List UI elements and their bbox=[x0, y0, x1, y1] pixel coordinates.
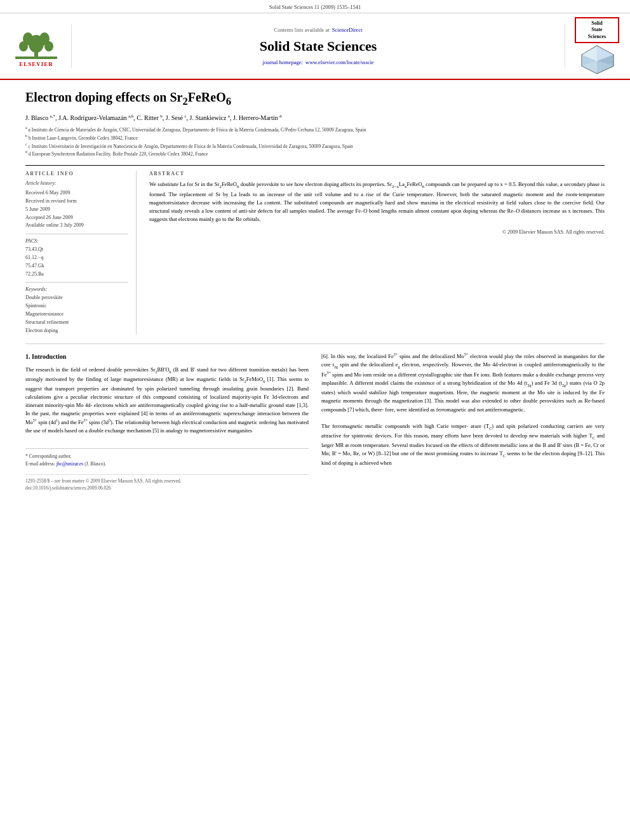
email-link[interactable]: jbc@unizar.es bbox=[57, 461, 84, 467]
abstract-text: We substitute La for Sr in the Sr2FeReO6… bbox=[149, 180, 605, 223]
body-col2-para2: The ferromagnetic metallic compounds wit… bbox=[321, 422, 605, 467]
keyword-3: Magnetoresistance bbox=[25, 310, 128, 319]
pacs-4: 72.25.Ba bbox=[25, 270, 128, 279]
homepage-url[interactable]: www.elsevier.com/locate/ssscie bbox=[305, 59, 374, 65]
keyword-4: Structural refinement bbox=[25, 319, 128, 327]
received-revised-label: Received in revised form bbox=[25, 197, 128, 206]
divider bbox=[25, 234, 128, 234]
article-info-abstract: ARTICLE INFO Article history: Received 6… bbox=[25, 165, 605, 335]
section-1-title: 1. Introduction bbox=[25, 352, 309, 362]
pacs-label: PACS: bbox=[25, 238, 128, 244]
body-two-col: 1. Introduction The research in the fiel… bbox=[25, 352, 605, 492]
journal-logo-right: SolidStateSciences bbox=[572, 17, 622, 75]
affiliation-b: b b Institut Laue-Langevin, Grenoble Ced… bbox=[25, 133, 605, 142]
body-col-2: [6]. In this way, the localized Fe3+ spi… bbox=[321, 352, 605, 492]
footnote-area: * Corresponding author. E-mail address: … bbox=[25, 448, 309, 468]
svg-point-5 bbox=[44, 41, 53, 51]
journal-homepage: journal homepage: www.elsevier.com/locat… bbox=[262, 59, 373, 65]
keyword-2: Spintronic bbox=[25, 302, 128, 310]
crystal-icon bbox=[577, 43, 618, 75]
keyword-5: Electron doping bbox=[25, 327, 128, 335]
journal-ref: Solid State Sciences 11 (2009) 1535–1541 bbox=[0, 3, 630, 13]
solid-state-box: SolidStateSciences bbox=[575, 17, 619, 43]
journal-ref-text: Solid State Sciences 11 (2009) 1535–1541 bbox=[269, 4, 361, 10]
journal-center: Contents lists available at ScienceDirec… bbox=[71, 24, 565, 68]
copyright-line: © 2009 Elsevier Masson SAS. All rights r… bbox=[149, 229, 605, 235]
received-date: Received 6 May 2009 bbox=[25, 189, 128, 197]
pacs-1: 73.43.Qt bbox=[25, 246, 128, 254]
sciencedirect-prefix: Contents lists available at bbox=[274, 27, 329, 33]
footnote-corresponding: * Corresponding author. bbox=[25, 453, 309, 460]
affiliations: a a Instituto de Ciencia de Materiales d… bbox=[25, 125, 605, 157]
journal-header-main: ELSEVIER Contents lists available at Sci… bbox=[0, 13, 630, 79]
history-label: Article history: bbox=[25, 180, 128, 186]
accepted-date: Accepted 26 June 2009 bbox=[25, 214, 128, 222]
svg-point-4 bbox=[19, 41, 28, 51]
divider-2 bbox=[25, 282, 128, 283]
pacs-3: 75.47.Gk bbox=[25, 262, 128, 270]
authors-line: J. Blasco a,*, J.A. Rodríguez-Velamazán … bbox=[25, 114, 605, 121]
sciencedirect-line: Contents lists available at ScienceDirec… bbox=[274, 27, 362, 33]
article-info-col: ARTICLE INFO Article history: Received 6… bbox=[25, 171, 137, 335]
body-col-1: 1. Introduction The research in the fiel… bbox=[25, 352, 309, 492]
affiliation-a: a a Instituto de Ciencia de Materiales d… bbox=[25, 125, 605, 133]
footnote-email: E-mail address: jbc@unizar.es (J. Blasco… bbox=[25, 460, 309, 468]
page-wrapper: Solid State Sciences 11 (2009) 1535–1541… bbox=[0, 0, 630, 501]
body-col2-para1: [6]. In this way, the localized Fe3+ spi… bbox=[321, 352, 605, 413]
footer-doi: doi:10.1016/j.solidstatesciences.2009.06… bbox=[25, 484, 309, 492]
article-title: Electron doping effects on Sr2FeReO6 bbox=[25, 89, 605, 109]
received-revised-date: 5 June 2009 bbox=[25, 206, 128, 214]
keyword-1: Double perovskite bbox=[25, 294, 128, 302]
elsevier-tree-icon bbox=[14, 25, 58, 60]
keywords-label: Keywords: bbox=[25, 286, 128, 292]
body-area: 1. Introduction The research in the fiel… bbox=[25, 343, 605, 492]
keywords-section: Keywords: Double perovskite Spintronic M… bbox=[25, 286, 128, 335]
elsevier-logo: ELSEVIER bbox=[8, 25, 65, 67]
affiliation-c: c c Instituto Universitario de Investiga… bbox=[25, 142, 605, 150]
article-info-header: ARTICLE INFO bbox=[25, 171, 128, 177]
svg-rect-6 bbox=[15, 57, 57, 59]
abstract-col: ABSTRACT We substitute La for Sr in the … bbox=[149, 171, 605, 335]
content-area: Electron doping effects on Sr2FeReO6 J. … bbox=[0, 80, 630, 501]
footer-issn: 1293-2558/$ – see front matter © 2009 El… bbox=[25, 477, 309, 485]
homepage-label: journal homepage: bbox=[262, 59, 303, 65]
affiliation-d: d d European Synchrotron Radiation Facil… bbox=[25, 149, 605, 157]
bottom-footer: 1293-2558/$ – see front matter © 2009 El… bbox=[25, 474, 309, 492]
elsevier-brand: ELSEVIER bbox=[19, 61, 53, 67]
pacs-2: 61.12.−q bbox=[25, 254, 128, 262]
available-date: Available online 3 July 2009 bbox=[25, 222, 128, 230]
sciencedirect-link[interactable]: ScienceDirect bbox=[332, 27, 363, 33]
pacs-section: PACS: 73.43.Qt 61.12.−q 75.47.Gk 72.25.B… bbox=[25, 238, 128, 278]
abstract-header: ABSTRACT bbox=[149, 171, 605, 177]
journal-header: Solid State Sciences 11 (2009) 1535–1541… bbox=[0, 0, 630, 80]
body-col1-para: The research in the field of ordered dou… bbox=[25, 366, 309, 436]
journal-title: Solid State Sciences bbox=[260, 38, 377, 55]
